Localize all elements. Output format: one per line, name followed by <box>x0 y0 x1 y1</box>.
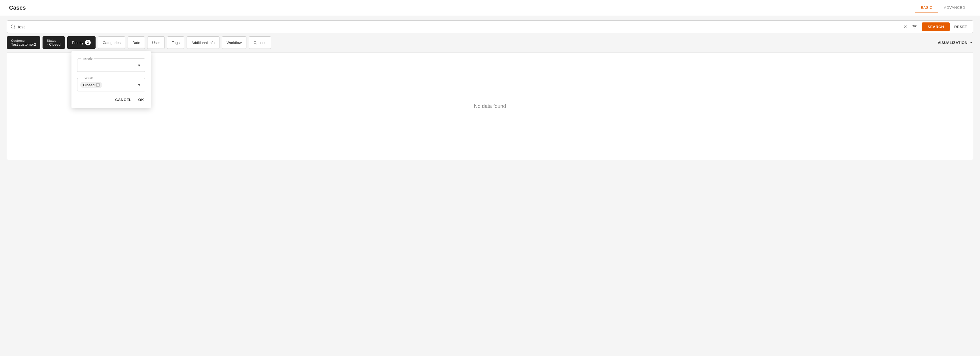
tab-basic[interactable]: BASIC <box>915 3 938 13</box>
search-input[interactable] <box>18 24 901 29</box>
include-section: Include ▼ <box>77 57 145 72</box>
reset-button[interactable]: RESET <box>952 22 969 31</box>
chip-user-label: User <box>152 41 160 45</box>
exclude-closed-chip: Closed ✕ <box>80 82 102 88</box>
search-icon <box>11 24 16 29</box>
filter-icon[interactable] <box>909 23 920 31</box>
chip-user[interactable]: User <box>147 36 164 49</box>
chip-priority-label: Priority <box>72 41 83 45</box>
tab-advanced[interactable]: ADVANCED <box>938 3 971 13</box>
app-title: Cases <box>9 5 26 11</box>
visualization-label: VISUALIZATION <box>938 41 967 45</box>
chip-customer[interactable]: Customer Test customer2 <box>7 36 40 49</box>
no-data-message: No data found <box>474 103 506 109</box>
chip-date-label: Date <box>132 41 140 45</box>
chip-priority[interactable]: Priority 2 <box>67 36 95 49</box>
chip-tags[interactable]: Tags <box>167 36 184 49</box>
search-bar: ✕ SEARCH RESET <box>7 21 973 33</box>
content-area: No data found <box>7 52 973 160</box>
chip-customer-value: Test customer2 <box>11 42 36 46</box>
chip-additional-info[interactable]: Additional info <box>186 36 220 49</box>
cancel-button[interactable]: CANCEL <box>114 96 132 104</box>
chip-options-label: Options <box>253 41 266 45</box>
chip-workflow-label: Workflow <box>227 41 242 45</box>
app-header: Cases BASIC ADVANCED <box>0 0 980 16</box>
header-tabs: BASIC ADVANCED <box>915 3 971 13</box>
exclude-closed-remove[interactable]: ✕ <box>95 83 100 87</box>
exclude-fieldset: Exclude Closed ✕ ▼ <box>77 77 145 91</box>
chip-status[interactable]: Status - Closed <box>43 36 65 49</box>
include-fieldset: Include ▼ <box>77 57 145 72</box>
main-area: ✕ SEARCH RESET Customer Test customer2 S… <box>0 16 980 164</box>
exclude-closed-label: Closed <box>83 83 94 87</box>
chevron-up-icon <box>969 41 973 45</box>
include-label: Include <box>81 57 94 60</box>
priority-dropdown-panel: Include ▼ Exclude Closed ✕ <box>72 51 151 108</box>
chip-status-label: Status <box>47 39 60 42</box>
clear-search-icon[interactable]: ✕ <box>904 24 907 30</box>
exclude-section: Exclude Closed ✕ ▼ <box>77 77 145 91</box>
chip-workflow[interactable]: Workflow <box>222 36 247 49</box>
chip-tags-label: Tags <box>172 41 180 45</box>
dropdown-actions: CANCEL OK <box>77 96 145 104</box>
chip-categories[interactable]: Categories <box>98 36 125 49</box>
exclude-dropdown-arrow: ▼ <box>137 83 141 87</box>
chip-date[interactable]: Date <box>127 36 145 49</box>
chip-customer-label: Customer <box>11 39 36 42</box>
svg-point-6 <box>915 26 916 27</box>
include-input[interactable] <box>80 63 142 67</box>
svg-line-1 <box>14 27 15 29</box>
exclude-label: Exclude <box>81 77 95 80</box>
chip-priority-badge: 2 <box>85 40 91 45</box>
chip-additional-info-label: Additional info <box>191 41 215 45</box>
chip-categories-label: Categories <box>103 41 121 45</box>
search-button[interactable]: SEARCH <box>922 22 950 31</box>
chip-status-value: - Closed <box>47 42 60 46</box>
filter-chips-row: Customer Test customer2 Status - Closed … <box>7 36 973 49</box>
ok-button[interactable]: OK <box>137 96 145 104</box>
visualization-button[interactable]: VISUALIZATION <box>938 41 973 45</box>
svg-point-5 <box>913 25 914 26</box>
chip-options[interactable]: Options <box>249 36 271 49</box>
